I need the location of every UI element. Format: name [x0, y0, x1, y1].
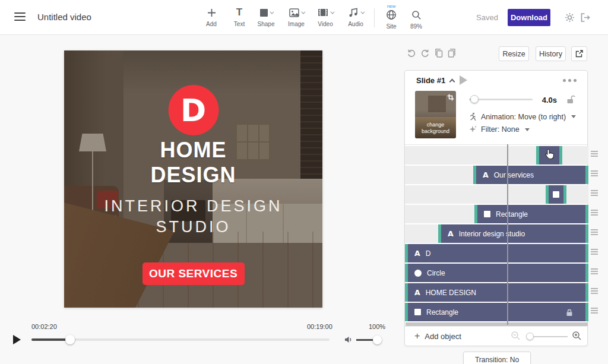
volume-percent: 100%: [369, 323, 385, 330]
change-background-label: change background: [415, 122, 456, 135]
slide-play-icon[interactable]: [460, 75, 467, 85]
unlock-icon[interactable]: [566, 94, 575, 107]
copy-icon[interactable]: [434, 48, 444, 61]
logo-badge[interactable]: D: [168, 85, 218, 135]
timeline-layer-bar[interactable]: A Our services: [473, 166, 588, 184]
seek-slider[interactable]: [31, 338, 330, 341]
timeline-layer-bar[interactable]: A Interior design studio: [438, 224, 588, 243]
track-drag-handle-icon[interactable]: [591, 170, 598, 178]
seek-handle[interactable]: [65, 335, 75, 344]
track-drag-handle-icon[interactable]: [591, 190, 598, 197]
mouse-cursor-icon: [544, 148, 555, 163]
video-editor-app: Untitled video Add T Text Shape Image: [0, 0, 608, 364]
animation-caret-icon: [571, 115, 576, 118]
track-drag-handle-icon[interactable]: [591, 151, 598, 158]
timeline-layer-bar[interactable]: Circle: [405, 264, 588, 282]
saved-status: Saved: [476, 13, 500, 22]
track-drag-handle-icon[interactable]: [591, 308, 598, 315]
timeline-tracks: A Our services Rectangle A Interior desi…: [405, 145, 588, 322]
add-tool[interactable]: Add: [196, 6, 227, 27]
volume-slider[interactable]: [356, 339, 380, 341]
lock-icon: [566, 308, 573, 319]
timeline-track-row: Circle: [405, 264, 588, 282]
timeline-track-row: [405, 185, 588, 204]
history-button[interactable]: History: [536, 46, 566, 61]
add-object-button[interactable]: + Add object: [414, 331, 461, 341]
image-tool[interactable]: Image: [281, 6, 312, 27]
subtitle-text[interactable]: INTERIOR DESIGN STUDIO: [64, 196, 322, 238]
timeline-track-row: A D: [405, 244, 588, 262]
timeline-layer-bar[interactable]: A D: [405, 244, 588, 262]
duration-value: 4.0s: [538, 96, 557, 105]
filter-setting[interactable]: Filter: None: [468, 125, 530, 134]
audio-tool[interactable]: Audio: [340, 6, 371, 27]
logo-letter: D: [180, 93, 206, 128]
track-handles-column: [591, 144, 600, 322]
timeline-zoom-in-icon[interactable]: [572, 331, 582, 343]
timeline-track-row: A Interior design studio: [405, 224, 588, 243]
animation-setting[interactable]: Animation: Move (to right): [468, 112, 576, 121]
timeline-layer-bar[interactable]: Rectangle: [405, 303, 588, 321]
toolbar-divider: [374, 8, 375, 27]
redo-icon[interactable]: [420, 48, 430, 60]
layer-type-icon: A: [448, 229, 454, 238]
duration-handle[interactable]: [470, 95, 479, 103]
paste-icon[interactable]: [447, 48, 457, 61]
resize-button[interactable]: Resize: [499, 46, 529, 61]
headline-text[interactable]: HOME DESIGN: [64, 138, 322, 188]
timeline-zoom-out-icon[interactable]: [511, 331, 521, 343]
layer-label: HOME DESIGN: [426, 289, 476, 297]
timeline-track-row: A HOME DESIGN: [405, 283, 588, 302]
video-tool[interactable]: Video: [310, 6, 341, 27]
duration-slider[interactable]: [470, 99, 533, 100]
top-toolbar: Untitled video Add T Text Shape Image: [0, 0, 608, 35]
filter-sparkle-icon: [468, 125, 477, 134]
total-time: 00:19:00: [307, 323, 332, 330]
timeline-layer-bar[interactable]: [546, 185, 566, 204]
timeline-track-row: [405, 146, 588, 164]
exit-icon[interactable]: [580, 12, 590, 25]
volume-handle[interactable]: [373, 335, 382, 344]
shape-tool[interactable]: Shape: [251, 6, 281, 27]
collapse-chevron-icon[interactable]: [449, 79, 455, 85]
track-drag-handle-icon[interactable]: [591, 210, 598, 217]
layer-label: Rectangle: [496, 210, 528, 219]
timeline-track-row: Rectangle: [405, 303, 588, 321]
download-button[interactable]: Download: [508, 9, 550, 26]
layer-label: Interior design studio: [459, 230, 525, 238]
slide-thumbnail[interactable]: change background: [415, 91, 456, 138]
shape-icon: [251, 6, 281, 19]
slide-menu-icon[interactable]: [563, 79, 577, 82]
layer-type-icon: A: [414, 249, 420, 258]
crop-icon[interactable]: [447, 93, 454, 103]
timeline-playhead[interactable]: [507, 144, 508, 325]
play-button[interactable]: [13, 335, 21, 344]
track-drag-handle-icon[interactable]: [591, 229, 598, 236]
animation-run-icon: [468, 112, 477, 121]
timeline-layer-bar[interactable]: A HOME DESIGN: [405, 283, 588, 302]
filter-caret-icon: [525, 128, 530, 131]
undo-icon[interactable]: [407, 48, 416, 60]
our-services-button[interactable]: OUR SERVICES: [142, 262, 245, 285]
video-icon: [310, 6, 341, 19]
video-canvas[interactable]: D HOME DESIGN INTERIOR DESIGN STUDIO OUR…: [64, 50, 322, 308]
speaker-icon[interactable]: [344, 335, 353, 346]
document-title[interactable]: Untitled video: [37, 12, 91, 22]
menu-icon[interactable]: [14, 12, 26, 21]
layer-label: Our services: [494, 171, 534, 179]
timeline-zoom-handle[interactable]: [526, 333, 534, 340]
track-drag-handle-icon[interactable]: [591, 268, 598, 276]
transition-button[interactable]: Transition: No effects: [463, 352, 531, 364]
timeline-zoom-slider[interactable]: [528, 336, 568, 337]
canvas-zoom-tool[interactable]: 89%: [401, 8, 432, 30]
track-drag-handle-icon[interactable]: [591, 249, 598, 256]
plus-icon: [196, 6, 227, 19]
settings-gear-icon[interactable]: [565, 12, 575, 25]
slide-header: Slide #1: [405, 71, 587, 90]
timeline-layer-bar[interactable]: Rectangle: [474, 205, 588, 223]
timeline-track-row: Rectangle: [405, 205, 588, 223]
track-drag-handle-icon[interactable]: [591, 288, 598, 295]
layer-type-icon: [484, 211, 490, 217]
audio-icon: [340, 6, 371, 19]
open-external-button[interactable]: [571, 46, 587, 61]
